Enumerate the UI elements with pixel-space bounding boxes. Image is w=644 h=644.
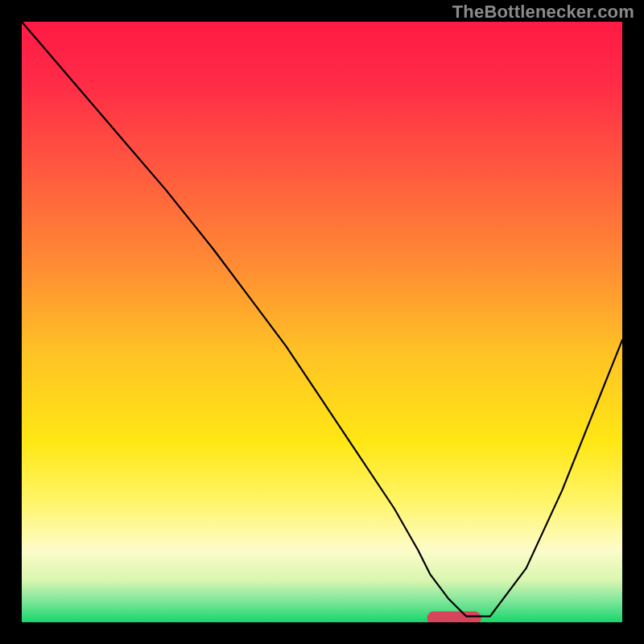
watermark-text: TheBottlenecker.com: [452, 2, 634, 23]
chart-background: [22, 22, 622, 622]
bottleneck-chart: [22, 22, 622, 622]
